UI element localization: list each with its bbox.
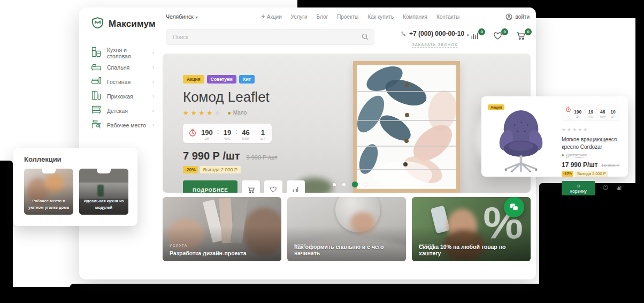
stock-status: Достаточно <box>562 153 623 158</box>
sidebar-item-workspace[interactable]: Рабочее место <box>91 118 162 132</box>
nav-link-projects[interactable]: Проекты <box>337 14 358 20</box>
add-to-wishlist-button[interactable] <box>602 184 609 193</box>
chat-icon <box>509 203 519 211</box>
promo-card-service[interactable]: УСЛУГА Разработка дизайн-проекта <box>163 197 281 261</box>
brand-name: Максимум <box>109 19 156 29</box>
sidebar-item-kitchen[interactable]: Кухня и столовая <box>91 46 162 60</box>
hallway-icon <box>91 90 102 103</box>
category-sidebar: Максимум Кухня и столовая Спальня Гостин… <box>79 7 162 279</box>
promo-title: Разработка дизайн-проекта <box>170 250 276 256</box>
slider-dot-active[interactable] <box>352 181 358 187</box>
user-icon <box>505 13 512 20</box>
add-to-compare-button[interactable] <box>287 180 305 193</box>
add-to-cart-button[interactable]: в корзину <box>562 181 595 195</box>
timer-hours: 19 <box>224 128 231 137</box>
sidebar-item-label: Кухня и столовая <box>107 47 147 59</box>
star-icon: ★ <box>199 110 205 116</box>
product-image-chair <box>490 108 552 172</box>
nav-link-contacts[interactable]: Контакты <box>436 14 459 20</box>
compare-button[interactable]: 0 <box>470 31 480 43</box>
star-icon: ★ <box>206 110 212 116</box>
badge-promo: Акция <box>183 75 204 84</box>
add-to-compare-button[interactable] <box>616 184 623 193</box>
compare-count-badge: 0 <box>478 28 485 35</box>
phone-block: +7 (000) 000-00-10 заказать звонок <box>401 29 469 48</box>
sidebar-item-hallway[interactable]: Прихожая <box>91 89 162 103</box>
hero-product-image <box>353 61 460 193</box>
add-to-cart-button[interactable] <box>242 180 260 193</box>
sidebar-item-bedroom[interactable]: Спальня <box>91 60 162 74</box>
slider-dot[interactable] <box>342 183 346 186</box>
chevron-down-icon[interactable] <box>467 29 469 39</box>
content-area: Челябинск Акции Услуги Блог Проекты Как … <box>163 7 530 279</box>
cart-button[interactable]: 0 <box>516 31 526 43</box>
promo-card-blog[interactable]: БЛОГ Как оформить спальню и с чего начин… <box>287 197 406 261</box>
sidebar-item-kids[interactable]: Детская <box>91 103 162 118</box>
login-label: войти <box>515 14 530 20</box>
floating-product-card[interactable]: Акция 190дн 19час 46мин 10шт ★★ <box>481 96 628 177</box>
cart-icon <box>247 186 256 193</box>
collections-panel: Коллекции Рабочее место в уютном уголке … <box>13 148 137 226</box>
wishlist-button[interactable]: 0 <box>493 31 503 43</box>
workspace-icon <box>91 119 102 132</box>
bg-tear-right-low <box>539 183 644 303</box>
city-selector[interactable]: Челябинск <box>166 13 198 20</box>
collection-card-workspace[interactable]: Рабочее место в уютном уголке дома <box>24 169 73 215</box>
slider-dot[interactable] <box>364 183 367 186</box>
product-buttons: в корзину <box>562 181 623 195</box>
bedroom-icon <box>91 61 102 74</box>
search-icon[interactable] <box>361 33 369 43</box>
clock-icon <box>565 107 571 112</box>
callback-link[interactable]: заказать звонок <box>412 42 457 48</box>
nav-link-promos[interactable]: Акции <box>261 14 282 20</box>
heart-icon <box>269 186 278 193</box>
discount-badge: -10% <box>562 171 573 177</box>
hero-badges: Акция Советуем Хит <box>183 75 305 84</box>
chevron-right-icon <box>152 50 154 56</box>
badge-hit: Хит <box>239 75 255 84</box>
product-price-row: 17 990 Р/шт 19 990 Р <box>562 161 623 169</box>
details-button[interactable]: ПОДРОБНЕЕ <box>183 180 237 193</box>
nav-links: Акции Услуги Блог Проекты Как купить Ком… <box>261 14 459 20</box>
chevron-right-icon <box>152 65 154 70</box>
sidebar-item-livingroom[interactable]: Гостиная <box>91 74 162 89</box>
star-icon: ★ <box>191 110 197 116</box>
brand-logo-icon <box>91 16 104 32</box>
sidebar-item-label: Прихожая <box>107 93 133 100</box>
collection-card-kitchen[interactable]: Идеальная кухня из модулей <box>79 169 128 215</box>
nav-link-blog[interactable]: Блог <box>317 14 328 20</box>
collection-title: Идеальная кухня из модулей <box>81 198 126 211</box>
search-input[interactable] <box>166 29 374 45</box>
add-to-wishlist-button[interactable] <box>264 180 282 193</box>
kitchen-icon <box>91 47 102 59</box>
countdown-timer: 190дн 19час 46мин 1шт <box>183 124 272 143</box>
product-title[interactable]: Мягкое вращающееся кресло Cordozar <box>562 136 623 150</box>
chevron-down-icon <box>196 13 198 20</box>
bg-tear-left <box>0 161 13 303</box>
stock-dot-icon <box>228 112 231 115</box>
phone-icon <box>401 31 407 37</box>
chevron-right-icon <box>152 94 154 99</box>
discount-badge: -20% <box>183 166 198 173</box>
current-price: 7 990 Р /шт <box>183 150 240 162</box>
category-menu: Кухня и столовая Спальня Гостиная Прихож… <box>91 46 162 132</box>
slider-dot[interactable] <box>333 183 336 186</box>
search-box <box>166 29 374 45</box>
compare-icon <box>292 186 300 193</box>
login-button[interactable]: войти <box>505 13 530 20</box>
header-actions: 0 0 0 <box>470 31 526 43</box>
hero-product-title: Комод Leaflet <box>183 89 305 105</box>
slider-dots <box>333 181 367 187</box>
badge-recommend: Советуем <box>207 75 236 84</box>
hero-price-row: 7 990 Р /шт 9 990 Р /шт <box>183 150 305 162</box>
promo-tag: УСЛУГА <box>170 244 188 247</box>
phone-number[interactable]: +7 (000) 000-00-10 <box>409 30 464 37</box>
nav-link-howtobuy[interactable]: Как купить <box>367 14 394 20</box>
chat-widget-button[interactable] <box>504 197 524 217</box>
promo-title: Скидка 10% на любой товар по хэштегу <box>419 244 525 256</box>
timer-days: 190 <box>201 128 213 137</box>
card-notch <box>97 169 111 173</box>
nav-link-services[interactable]: Услуги <box>291 14 308 20</box>
nav-link-company[interactable]: Компания <box>403 14 427 20</box>
brand-logo[interactable]: Максимум <box>91 16 162 32</box>
